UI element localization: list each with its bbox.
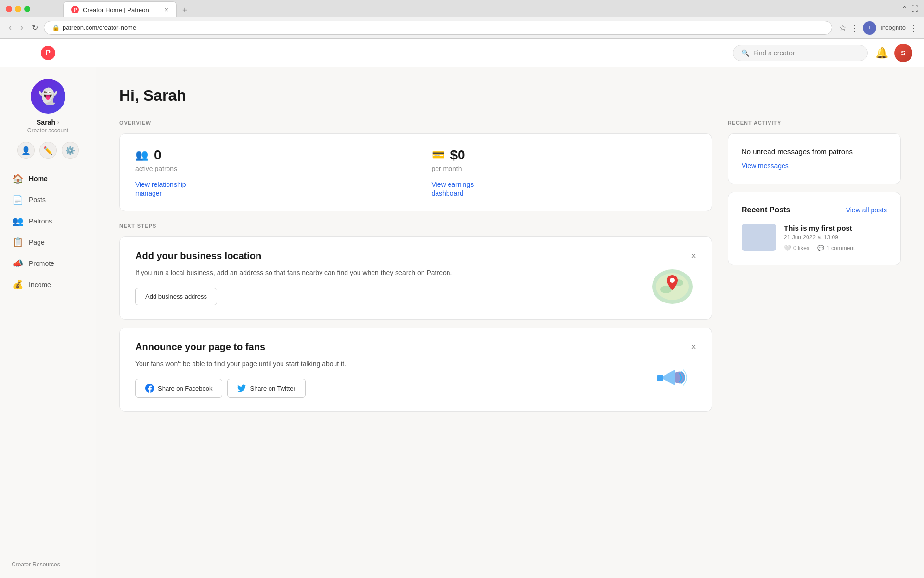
post-item: This is my first post 21 Jun 2022 at 13:…: [742, 224, 887, 251]
post-thumbnail: [742, 224, 776, 251]
overview-section-label: OVERVIEW: [119, 120, 712, 126]
patrons-icon: 👥: [13, 216, 23, 226]
earnings-stat: 💳 $0 per month View earnings dashboard: [416, 134, 712, 211]
sidebar-item-income-label: Income: [29, 281, 51, 289]
view-all-posts-link[interactable]: View all posts: [846, 206, 887, 214]
business-location-title: Add your business location: [135, 250, 261, 262]
creator-resources-link[interactable]: Creator Resources: [12, 561, 60, 568]
messages-card: No unread messages from patrons View mes…: [728, 133, 901, 184]
sidebar-item-promote[interactable]: 📣 Promote: [6, 253, 90, 274]
sidebar-item-promote-label: Promote: [29, 260, 54, 267]
tab-title: Creator Home | Patreon: [83, 6, 149, 13]
announce-page-step-card: Announce your page to fans × Your fans w…: [119, 328, 712, 412]
sidebar-item-page[interactable]: 📋 Page: [6, 232, 90, 252]
share-twitter-btn[interactable]: Share on Twitter: [227, 379, 305, 398]
post-info: This is my first post 21 Jun 2022 at 13:…: [784, 224, 855, 251]
income-icon: 💰: [13, 279, 23, 290]
user-avatar[interactable]: S: [894, 44, 912, 62]
username-arrow-icon: ›: [57, 119, 59, 126]
svg-point-4: [670, 278, 675, 283]
avatar[interactable]: 👻: [31, 79, 65, 114]
search-icon: 🔍: [741, 49, 749, 57]
bookmark-button[interactable]: ☆: [839, 23, 847, 33]
posts-icon: 📄: [13, 195, 23, 205]
window-expand-btn[interactable]: ⛶: [911, 5, 918, 13]
minimize-traffic-light[interactable]: [15, 6, 21, 12]
refresh-button[interactable]: ↻: [29, 21, 41, 34]
promote-icon: 📣: [13, 258, 23, 269]
sidebar-item-posts-label: Posts: [29, 196, 46, 204]
sidebar-item-posts[interactable]: 📄 Posts: [6, 190, 90, 210]
share-facebook-label: Share on Facebook: [158, 385, 212, 392]
search-bar[interactable]: 🔍 Find a creator: [733, 45, 868, 61]
patrons-stat: 👥 0 active patrons View relationship man…: [120, 134, 416, 211]
sidebar-item-income[interactable]: 💰 Income: [6, 275, 90, 295]
new-tab-button[interactable]: +: [177, 3, 193, 17]
browser-menu-button[interactable]: ⋮: [850, 23, 859, 33]
dismiss-business-location-btn[interactable]: ×: [691, 250, 696, 262]
sidebar-navigation: 🏠 Home 📄 Posts 👥 Patrons 📋 Page 📣 Promot…: [0, 169, 96, 295]
sidebar-item-home[interactable]: 🏠 Home: [6, 169, 90, 189]
address-lock-icon: 🔒: [52, 24, 60, 31]
avatar-icon: 👻: [38, 87, 58, 105]
dismiss-announce-btn[interactable]: ×: [691, 342, 696, 353]
megaphone-illustration: [648, 358, 696, 397]
sidebar-account-type: Creator account: [27, 127, 68, 134]
recent-posts-card: Recent Posts View all posts This is my f…: [728, 192, 901, 265]
share-facebook-btn[interactable]: Share on Facebook: [135, 379, 222, 398]
recent-posts-title: Recent Posts: [742, 206, 790, 214]
notifications-button[interactable]: 🔔: [875, 47, 888, 59]
tab-close-btn[interactable]: ×: [165, 6, 168, 13]
page-icon: 📋: [13, 237, 23, 248]
profile-view-btn[interactable]: 👤: [17, 142, 35, 159]
top-navigation: 🔍 Find a creator 🔔 S: [0, 39, 924, 67]
patreon-logo-area: P: [0, 39, 96, 67]
view-messages-link[interactable]: View messages: [742, 162, 789, 170]
maximize-traffic-light[interactable]: [24, 6, 30, 12]
incognito-label: Incognito: [880, 24, 906, 31]
patrons-stat-icon: 👥: [135, 149, 148, 161]
tab-favicon: P: [71, 6, 79, 13]
add-business-address-btn[interactable]: Add business address: [135, 288, 217, 305]
sidebar-item-page-label: Page: [29, 238, 45, 246]
close-traffic-light[interactable]: [6, 6, 12, 12]
patreon-logo-icon[interactable]: P: [41, 46, 55, 60]
page-title: Hi, Sarah: [119, 87, 901, 105]
main-content: Hi, Sarah OVERVIEW 👥 0 active patrons: [96, 67, 924, 578]
post-date: 21 Jun 2022 at 13:09: [784, 234, 855, 241]
post-title[interactable]: This is my first post: [784, 224, 855, 232]
earnings-amount: $0: [450, 147, 465, 163]
post-comments: 💬 1 comment: [817, 245, 855, 251]
earnings-stat-icon: 💳: [432, 149, 445, 161]
business-location-step-card: Add your business location × If you run …: [119, 236, 712, 320]
business-location-description: If you run a local business, add an addr…: [135, 267, 641, 278]
settings-btn[interactable]: ⚙️: [62, 142, 79, 159]
sidebar-item-patrons[interactable]: 👥 Patrons: [6, 211, 90, 231]
address-bar[interactable]: 🔒 patreon.com/creator-home: [44, 21, 832, 35]
search-placeholder: Find a creator: [753, 49, 795, 57]
next-steps-section-label: NEXT STEPS: [119, 223, 712, 229]
browser-more-button[interactable]: ⋮: [910, 23, 918, 33]
forward-button[interactable]: ›: [17, 21, 26, 35]
heart-icon: 🤍: [784, 245, 791, 251]
post-likes: 🤍 0 likes: [784, 245, 809, 251]
home-icon: 🏠: [13, 173, 23, 184]
patrons-count: 0: [154, 147, 162, 163]
view-relationship-manager-link[interactable]: View relationship manager: [135, 181, 186, 197]
view-earnings-dashboard-link[interactable]: View earnings dashboard: [432, 181, 474, 197]
map-illustration: [648, 267, 696, 306]
sidebar-username[interactable]: Sarah: [37, 118, 55, 126]
patrons-label: active patrons: [135, 165, 400, 172]
earnings-label: per month: [432, 165, 697, 172]
svg-rect-5: [657, 375, 663, 381]
announce-page-description: Your fans won't be able to find your pag…: [135, 358, 641, 369]
user-profile-circle[interactable]: I: [863, 21, 876, 35]
sidebar-profile: 👻 Sarah › Creator account 👤 ✏️ ⚙️: [0, 67, 96, 169]
active-tab[interactable]: P Creator Home | Patreon ×: [63, 1, 177, 17]
back-button[interactable]: ‹: [6, 21, 14, 35]
recent-activity-label: RECENT ACTIVITY: [728, 120, 901, 126]
no-messages-text: No unread messages from patrons: [742, 147, 887, 156]
window-minimize-btn[interactable]: ⌃: [902, 5, 908, 13]
edit-page-btn[interactable]: ✏️: [39, 142, 57, 159]
overview-card: 👥 0 active patrons View relationship man…: [119, 133, 712, 211]
